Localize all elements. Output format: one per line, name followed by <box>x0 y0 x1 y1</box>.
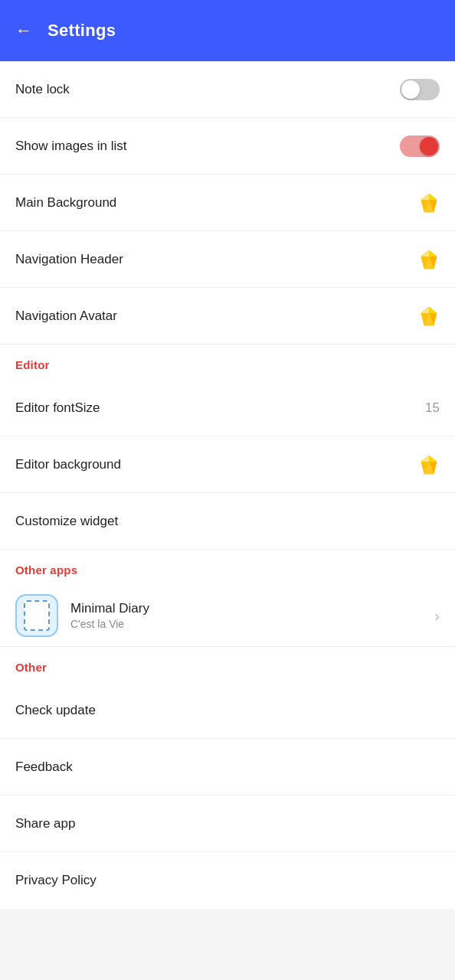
page-title: Settings <box>47 21 116 41</box>
setting-editor-fontsize[interactable]: Editor fontSize 15 <box>0 380 455 436</box>
premium-diamond-icon <box>418 454 440 475</box>
setting-navigation-avatar[interactable]: Navigation Avatar <box>0 288 455 345</box>
editor-section-header: Editor <box>0 345 455 380</box>
settings-list: Note lock Show images in list Main Backg… <box>0 61 455 909</box>
editor-fontsize-value: 15 <box>425 400 440 416</box>
setting-editor-background[interactable]: Editor background <box>0 436 455 493</box>
setting-navigation-header[interactable]: Navigation Header <box>0 231 455 288</box>
setting-main-background[interactable]: Main Background <box>0 175 455 231</box>
setting-feedback[interactable]: Feedback <box>0 739 455 795</box>
show-images-label: Show images in list <box>15 139 127 154</box>
app-info: Minimal Diary C'est la Vie <box>70 601 434 630</box>
back-button[interactable]: ← <box>15 21 32 41</box>
navigation-header-label: Navigation Header <box>15 252 123 267</box>
premium-diamond-icon <box>418 192 440 214</box>
main-background-label: Main Background <box>15 195 116 211</box>
share-app-label: Share app <box>15 816 75 831</box>
app-icon-inner <box>24 600 50 631</box>
minimal-diary-icon <box>15 594 58 637</box>
chevron-right-icon: › <box>434 607 440 625</box>
editor-section-label: Editor <box>15 358 50 371</box>
other-section-header: Other <box>0 647 455 682</box>
premium-diamond-icon <box>418 249 440 270</box>
setting-share-app[interactable]: Share app <box>0 795 455 852</box>
editor-background-label: Editor background <box>15 457 121 472</box>
setting-privacy-policy[interactable]: Privacy Policy <box>0 852 455 909</box>
check-update-label: Check update <box>15 703 96 718</box>
setting-check-update[interactable]: Check update <box>0 682 455 739</box>
privacy-policy-label: Privacy Policy <box>15 873 97 888</box>
other-apps-section-label: Other apps <box>15 564 77 577</box>
app-name: Minimal Diary <box>70 601 434 616</box>
premium-diamond-icon <box>418 305 440 327</box>
setting-note-lock[interactable]: Note lock <box>0 61 455 118</box>
app-subtitle: C'est la Vie <box>70 618 434 630</box>
editor-fontsize-label: Editor fontSize <box>15 400 100 416</box>
note-lock-label: Note lock <box>15 82 70 97</box>
feedback-label: Feedback <box>15 760 73 775</box>
navigation-avatar-label: Navigation Avatar <box>15 309 117 324</box>
other-section-label: Other <box>15 661 47 674</box>
setting-customize-widget[interactable]: Customize widget <box>0 493 455 550</box>
customize-widget-label: Customize widget <box>15 514 118 529</box>
show-images-toggle[interactable] <box>400 136 440 157</box>
app-header: ← Settings <box>0 0 455 61</box>
note-lock-toggle[interactable] <box>400 79 440 100</box>
other-apps-section-header: Other apps <box>0 550 455 585</box>
app-item-minimal-diary[interactable]: Minimal Diary C'est la Vie › <box>0 585 455 647</box>
setting-show-images[interactable]: Show images in list <box>0 118 455 175</box>
